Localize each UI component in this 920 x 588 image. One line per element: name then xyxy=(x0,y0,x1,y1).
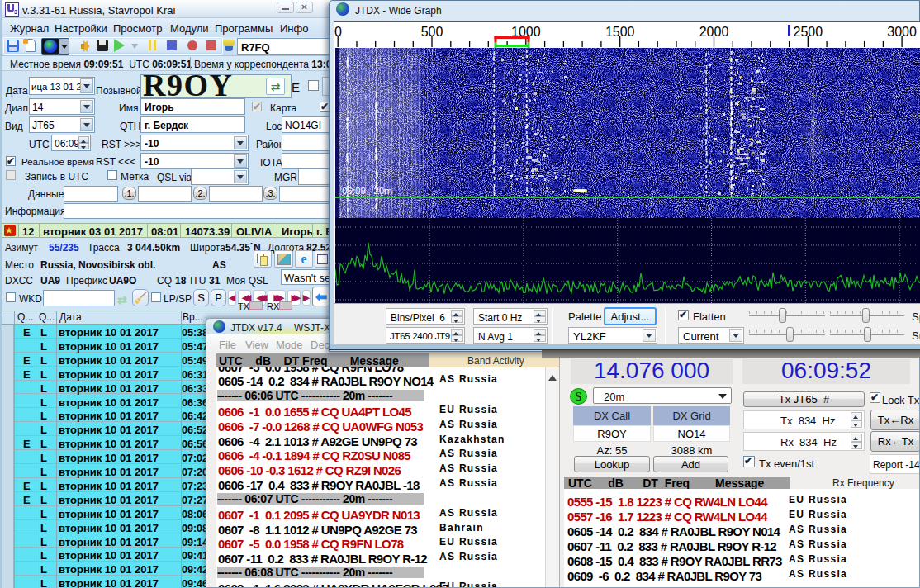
svg-text:0: 0 xyxy=(334,25,342,39)
svg-text:500: 500 xyxy=(421,25,443,39)
svg-text:1500: 1500 xyxy=(605,25,635,39)
svg-text:2000: 2000 xyxy=(699,25,729,39)
svg-text:3000: 3000 xyxy=(887,25,917,39)
svg-text:2500: 2500 xyxy=(794,25,823,39)
svg-text:06:09 20m: 06:09 20m xyxy=(342,186,392,196)
